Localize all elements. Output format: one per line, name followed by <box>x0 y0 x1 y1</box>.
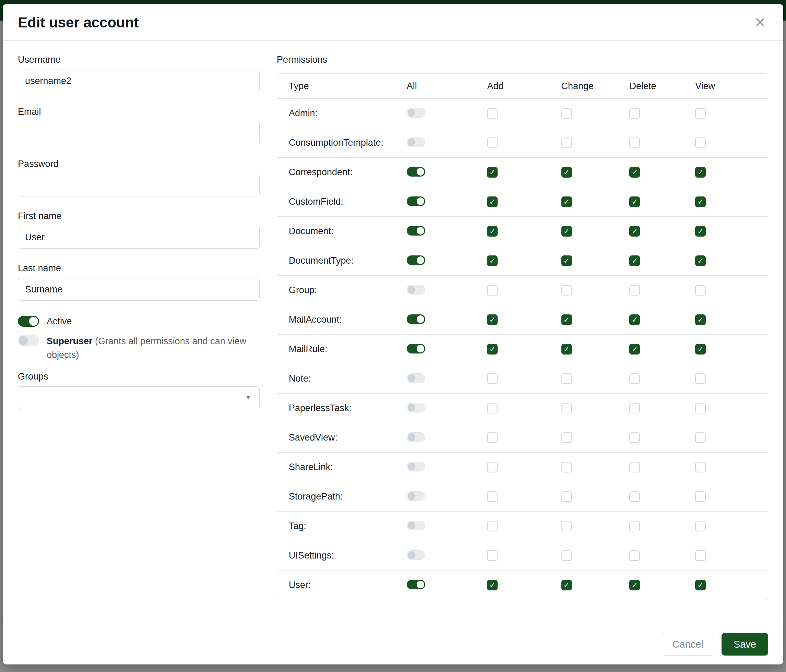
permission-delete-checkbox[interactable]: ✓ <box>629 196 640 207</box>
permission-delete-checkbox[interactable]: ✓ <box>629 314 640 325</box>
save-button[interactable]: Save <box>722 633 768 656</box>
permission-delete-checkbox[interactable] <box>629 550 640 561</box>
permission-all-toggle[interactable] <box>407 138 425 147</box>
permission-change-checkbox[interactable] <box>561 550 572 561</box>
permission-all-toggle[interactable] <box>407 550 425 560</box>
permission-view-checkbox[interactable]: ✓ <box>695 256 706 266</box>
groups-select[interactable]: ▼ <box>18 386 259 409</box>
cancel-button[interactable]: Cancel <box>662 633 714 656</box>
permission-all-toggle[interactable] <box>407 108 425 118</box>
password-field[interactable] <box>18 174 259 196</box>
permission-delete-checkbox[interactable]: ✓ <box>629 580 640 590</box>
permission-delete-checkbox[interactable]: ✓ <box>629 226 640 237</box>
permission-delete-checkbox[interactable] <box>629 108 640 119</box>
permission-delete-checkbox[interactable] <box>629 462 640 473</box>
permission-view-checkbox[interactable] <box>695 403 706 413</box>
permission-all-toggle[interactable] <box>407 462 425 471</box>
email-field[interactable] <box>18 122 259 144</box>
permission-delete-checkbox[interactable]: ✓ <box>629 167 640 177</box>
permission-all-toggle[interactable] <box>407 580 425 589</box>
permission-view-checkbox[interactable]: ✓ <box>695 167 706 177</box>
permission-all-toggle[interactable] <box>407 256 425 265</box>
username-field[interactable] <box>18 70 259 92</box>
permission-change-checkbox[interactable]: ✓ <box>561 344 572 355</box>
permission-delete-checkbox[interactable] <box>629 491 640 502</box>
permission-all-toggle[interactable] <box>407 167 425 177</box>
permission-all-toggle[interactable] <box>407 285 425 295</box>
first-name-field[interactable] <box>18 226 259 248</box>
permission-view-checkbox[interactable]: ✓ <box>695 314 706 325</box>
permission-add-checkbox[interactable]: ✓ <box>487 256 498 266</box>
table-row: Admin: <box>277 98 768 128</box>
permission-change-checkbox[interactable] <box>561 491 572 502</box>
permission-all-toggle[interactable] <box>407 432 425 442</box>
permission-view-checkbox[interactable] <box>695 285 706 295</box>
permission-all-toggle[interactable] <box>407 491 425 501</box>
permission-delete-checkbox[interactable] <box>629 138 640 148</box>
permission-change-checkbox[interactable] <box>561 462 572 473</box>
permission-change-checkbox[interactable] <box>561 374 572 384</box>
permission-add-checkbox[interactable] <box>487 403 498 413</box>
permission-view-checkbox[interactable]: ✓ <box>695 226 706 237</box>
permission-add-checkbox[interactable] <box>487 285 498 295</box>
permission-delete-checkbox[interactable] <box>629 374 640 384</box>
column-header-change: Change <box>561 81 630 91</box>
permission-add-checkbox[interactable]: ✓ <box>487 344 498 355</box>
permission-all-toggle[interactable] <box>407 226 425 236</box>
modal-body: Username Email Password First name Last … <box>3 41 783 624</box>
permission-view-checkbox[interactable] <box>695 462 706 473</box>
permission-add-checkbox[interactable] <box>487 491 498 502</box>
permission-delete-checkbox[interactable]: ✓ <box>629 256 640 266</box>
permission-change-checkbox[interactable]: ✓ <box>561 314 572 325</box>
permission-view-checkbox[interactable] <box>695 491 706 502</box>
permission-view-checkbox[interactable] <box>695 374 706 384</box>
permission-view-checkbox[interactable] <box>695 550 706 561</box>
last-name-field[interactable] <box>18 278 259 301</box>
permission-change-checkbox[interactable] <box>561 108 572 119</box>
permission-add-checkbox[interactable] <box>487 108 498 119</box>
permission-view-checkbox[interactable]: ✓ <box>695 344 706 355</box>
permission-view-checkbox[interactable] <box>695 521 706 531</box>
permission-change-checkbox[interactable] <box>561 403 572 413</box>
permission-all-toggle[interactable] <box>407 521 425 531</box>
permission-add-checkbox[interactable] <box>487 550 498 561</box>
permission-all-toggle[interactable] <box>407 344 425 353</box>
permission-add-checkbox[interactable]: ✓ <box>487 226 498 237</box>
permission-view-checkbox[interactable]: ✓ <box>695 580 706 590</box>
permission-add-checkbox[interactable] <box>487 138 498 148</box>
permission-all-toggle[interactable] <box>407 314 425 324</box>
permission-delete-checkbox[interactable] <box>629 403 640 413</box>
permission-all-toggle[interactable] <box>407 374 425 383</box>
permission-all-toggle[interactable] <box>407 403 425 413</box>
permission-add-checkbox[interactable]: ✓ <box>487 580 498 590</box>
permission-add-checkbox[interactable] <box>487 432 498 443</box>
permission-add-checkbox[interactable]: ✓ <box>487 167 498 177</box>
permission-change-checkbox[interactable] <box>561 138 572 148</box>
permission-change-checkbox[interactable]: ✓ <box>561 167 572 177</box>
permission-add-checkbox[interactable]: ✓ <box>487 314 498 325</box>
permission-delete-checkbox[interactable] <box>629 432 640 443</box>
permission-change-checkbox[interactable]: ✓ <box>561 226 572 237</box>
permission-add-checkbox[interactable]: ✓ <box>487 196 498 207</box>
permission-all-toggle[interactable] <box>407 196 425 206</box>
permission-add-checkbox[interactable] <box>487 521 498 531</box>
permission-view-checkbox[interactable] <box>695 432 706 443</box>
permission-view-checkbox[interactable] <box>695 108 706 119</box>
permission-change-checkbox[interactable] <box>561 432 572 443</box>
permission-view-checkbox[interactable]: ✓ <box>695 196 706 207</box>
permission-change-checkbox[interactable]: ✓ <box>561 256 572 266</box>
permission-add-checkbox[interactable] <box>487 462 498 473</box>
permission-change-checkbox[interactable]: ✓ <box>561 580 572 590</box>
permission-add-checkbox[interactable] <box>487 374 498 384</box>
permission-change-checkbox[interactable] <box>561 521 572 531</box>
permission-delete-checkbox[interactable] <box>629 285 640 295</box>
superuser-toggle[interactable] <box>18 335 39 346</box>
column-header-add: Add <box>487 81 561 91</box>
close-icon[interactable]: ✕ <box>752 16 768 30</box>
permission-delete-checkbox[interactable]: ✓ <box>629 344 640 355</box>
permission-delete-checkbox[interactable] <box>629 521 640 531</box>
permission-view-checkbox[interactable] <box>695 138 706 148</box>
permission-change-checkbox[interactable] <box>561 285 572 295</box>
permission-change-checkbox[interactable]: ✓ <box>561 196 572 207</box>
active-toggle[interactable] <box>18 316 39 327</box>
